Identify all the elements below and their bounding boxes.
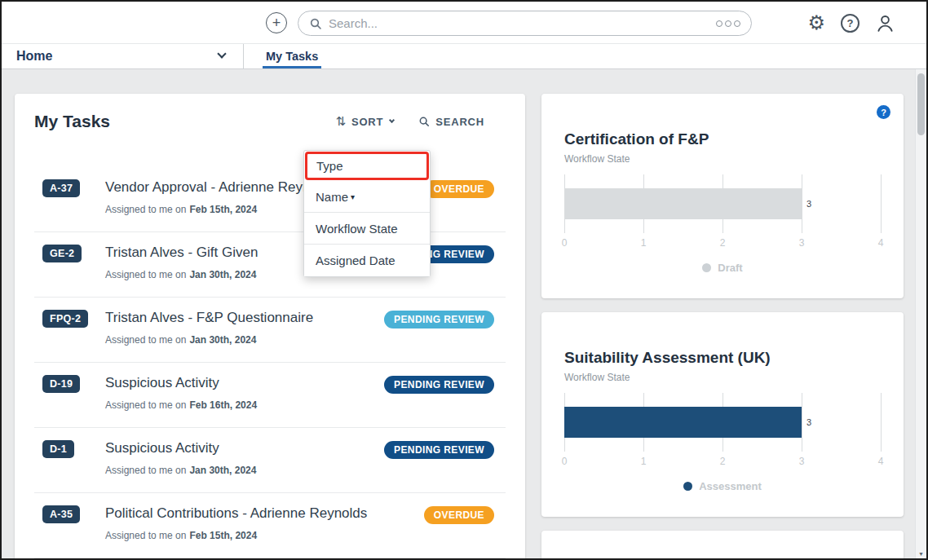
task-title[interactable]: Political Contributions - Adrienne Reyno… <box>105 505 424 522</box>
chart-bar[interactable] <box>564 407 802 438</box>
chart-subtitle: Workflow State <box>564 153 881 165</box>
task-row[interactable]: D-1 Suspicious Activity Assigned to me o… <box>34 428 506 493</box>
assigned-date: Feb 15th, 2024 <box>189 530 257 541</box>
main-content: My Tasks ⇅ SORT SEARCH A-37 Vendor Appro… <box>2 69 926 558</box>
create-button[interactable]: + <box>266 12 287 33</box>
my-tasks-panel: My Tasks ⇅ SORT SEARCH A-37 Vendor Appro… <box>15 94 525 558</box>
axis-tick: 3 <box>799 237 805 249</box>
chart-card-suitability-assessment: Suitability Assessment (UK) Workflow Sta… <box>541 312 904 517</box>
sort-dropdown-menu: Type Name▾ Workflow State Assigned Date <box>303 150 431 277</box>
topbar: + ⚙ ? <box>2 2 926 44</box>
sort-icon: ⇅ <box>335 114 346 129</box>
legend-dot-icon <box>702 263 711 272</box>
search-icon <box>309 17 322 30</box>
dashboard-column: ? Certification of F&P Workflow State 3 … <box>541 94 904 558</box>
sort-label: SORT <box>351 116 383 128</box>
task-title[interactable]: Tristan Alves - F&P Questionnaire <box>105 310 384 326</box>
axis-tick: 1 <box>641 237 647 249</box>
menu-item-label: Type <box>316 159 343 173</box>
x-axis: 0 1 2 3 4 <box>564 237 881 249</box>
sort-menu-item-type[interactable]: Type <box>305 152 429 180</box>
search-icon <box>418 116 430 127</box>
axis-tick: 2 <box>720 456 726 467</box>
home-label: Home <box>16 49 52 64</box>
legend-dot-icon <box>683 482 692 491</box>
sort-button[interactable]: ⇅ SORT <box>335 114 394 129</box>
status-badge: PENDING REVIEW <box>384 376 494 394</box>
task-row[interactable]: D-19 Suspicious Activity Assigned to me … <box>34 363 506 428</box>
home-dropdown[interactable]: Home <box>2 44 244 68</box>
task-title[interactable]: Suspicious Activity <box>105 440 384 456</box>
chevron-down-icon <box>217 49 226 58</box>
axis-tick: 4 <box>878 237 884 249</box>
bar-value-label: 3 <box>806 417 811 427</box>
axis-tick: 2 <box>720 237 726 249</box>
chart-title: Suitability Assessment (UK) <box>564 349 881 367</box>
task-id-badge: D-1 <box>42 440 74 458</box>
menu-item-label: Assigned Date <box>316 254 396 267</box>
search-input[interactable] <box>329 16 716 30</box>
assigned-date: Feb 15th, 2024 <box>189 204 257 215</box>
caret-down-icon: ▾ <box>351 192 355 201</box>
task-row[interactable]: A-35 Political Contributions - Adrienne … <box>34 493 506 558</box>
axis-tick: 0 <box>562 456 568 467</box>
status-badge: PENDING REVIEW <box>384 311 494 329</box>
axis-tick: 4 <box>878 456 884 467</box>
tab-my-tasks[interactable]: My Tasks <box>264 44 320 68</box>
sort-menu-item-assigned-date[interactable]: Assigned Date <box>304 245 430 276</box>
user-profile-icon[interactable] <box>875 13 895 33</box>
search-label: SEARCH <box>435 116 484 128</box>
task-id-badge: GE-2 <box>42 245 82 262</box>
card-help-icon[interactable]: ? <box>877 105 890 119</box>
chart-legend: Draft <box>564 262 881 274</box>
bar-chart: 3 <box>564 174 881 233</box>
chevron-down-icon <box>389 117 395 123</box>
question-glyph: ? <box>847 17 854 29</box>
help-icon[interactable]: ? <box>841 14 860 33</box>
task-assigned: Assigned to me onJan 30th, 2024 <box>105 465 384 476</box>
global-search-bar[interactable] <box>298 11 752 36</box>
vertical-scrollbar[interactable]: ▼ <box>915 69 926 558</box>
chart-legend: Assessment <box>564 480 881 492</box>
task-row[interactable]: FPQ-2 Tristan Alves - F&P Questionnaire … <box>34 298 506 363</box>
scrollbar-thumb[interactable] <box>917 73 925 135</box>
sort-menu-item-name[interactable]: Name▾ <box>304 181 430 213</box>
bar-value-label: 3 <box>806 199 811 209</box>
axis-tick: 0 <box>562 237 568 249</box>
search-options-icon[interactable] <box>716 20 740 27</box>
chart-bar[interactable] <box>564 188 802 219</box>
legend-label: Draft <box>718 262 742 274</box>
task-assigned: Assigned to me onJan 30th, 2024 <box>105 334 384 346</box>
task-id-badge: A-35 <box>42 505 80 523</box>
search-button[interactable]: SEARCH <box>418 116 484 128</box>
task-list: A-37 Vendor Approval - Adrienne Reynolds… <box>34 167 506 558</box>
status-badge: OVERDUE <box>424 180 494 198</box>
axis-tick: 3 <box>799 456 805 467</box>
assigned-date: Jan 30th, 2024 <box>189 334 256 346</box>
plus-icon: + <box>272 15 281 31</box>
task-row[interactable]: A-37 Vendor Approval - Adrienne Reynolds… <box>34 167 506 232</box>
scroll-down-arrow-icon[interactable]: ▼ <box>916 551 926 557</box>
chart-card-certification-fp: ? Certification of F&P Workflow State 3 … <box>541 94 904 298</box>
axis-tick: 1 <box>641 456 647 467</box>
menu-item-label: Workflow State <box>316 222 398 236</box>
sort-menu-item-workflow-state[interactable]: Workflow State <box>304 213 430 245</box>
topbar-icons: ⚙ ? <box>807 11 895 34</box>
panel-header: My Tasks ⇅ SORT SEARCH <box>34 112 506 131</box>
chart-title: Certification of F&P <box>564 130 881 148</box>
assigned-date: Jan 30th, 2024 <box>189 465 256 476</box>
task-id-badge: D-19 <box>42 375 80 393</box>
settings-gear-icon[interactable]: ⚙ <box>807 12 825 33</box>
task-id-badge: FPQ-2 <box>42 310 88 328</box>
status-badge: OVERDUE <box>424 506 494 524</box>
task-id-badge: A-37 <box>42 179 80 197</box>
task-row[interactable]: GE-2 Tristan Alves - Gift Given Assigned… <box>34 232 506 298</box>
chart-subtitle: Workflow State <box>564 372 881 383</box>
navbar: Home My Tasks <box>2 44 926 69</box>
bar-chart: 3 <box>564 393 881 452</box>
assigned-date: Jan 30th, 2024 <box>189 269 256 280</box>
list-controls: ⇅ SORT SEARCH <box>335 114 484 129</box>
assigned-date: Feb 16th, 2024 <box>189 399 257 411</box>
partially-visible-card <box>541 531 904 558</box>
task-title[interactable]: Suspicious Activity <box>105 375 384 391</box>
